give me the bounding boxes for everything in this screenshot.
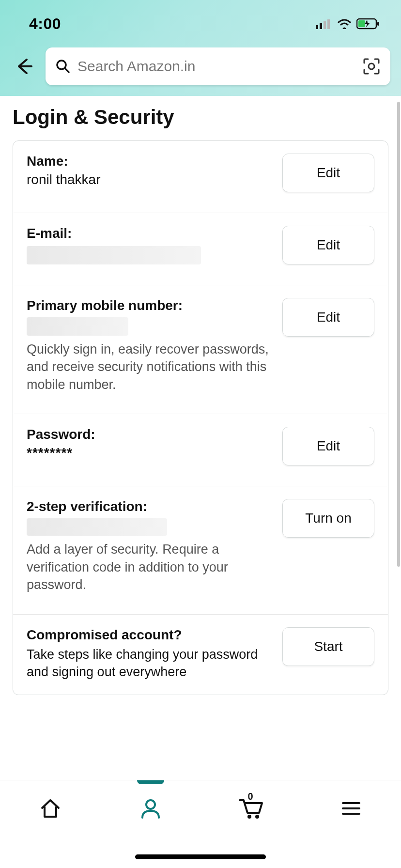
email-label: E-mail: [27,226,273,241]
twostep-value-redacted [27,518,167,536]
svg-line-8 [65,68,69,72]
nav-home[interactable] [31,794,70,823]
home-icon [39,797,62,820]
header-region: 4:00 [0,0,401,96]
search-row [0,41,401,96]
email-value-redacted [27,246,201,264]
nav-active-indicator [137,780,164,784]
edit-name-button[interactable]: Edit [282,154,374,192]
camera-scan-icon[interactable] [362,57,381,76]
status-icons [316,18,380,30]
row-name: Name: ronil thakkar Edit [13,141,388,213]
password-label: Password: [27,427,273,442]
password-value: ******** [27,445,273,461]
row-compromised: Compromised account? Take steps like cha… [13,615,388,695]
svg-point-11 [247,815,251,819]
nav-account[interactable] [131,794,170,823]
page-title: Login & Security [0,96,401,140]
phone-label: Primary mobile number: [27,298,273,313]
edit-email-button[interactable]: Edit [282,226,374,264]
nav-cart[interactable]: 0 [231,794,270,823]
twostep-description: Add a layer of security. Require a verif… [27,541,273,593]
home-indicator[interactable] [135,854,266,859]
svg-rect-0 [316,25,318,29]
battery-charging-icon [356,18,380,30]
phone-description: Quickly sign in, easily recover password… [27,341,273,393]
row-two-step: 2-step verification: Add a layer of secu… [13,486,388,614]
cart-count-badge: 0 [248,791,253,802]
status-bar: 4:00 [0,0,401,41]
turn-on-twostep-button[interactable]: Turn on [282,499,374,538]
row-email: E-mail: Edit [13,213,388,285]
back-button[interactable] [11,53,37,79]
svg-rect-3 [327,19,330,29]
nav-menu[interactable] [332,794,370,823]
settings-card: Name: ronil thakkar Edit E-mail: Edit Pr… [13,140,388,695]
wifi-icon [337,18,352,29]
user-icon [139,797,162,820]
search-input[interactable] [77,58,355,75]
phone-value-redacted [27,317,128,336]
twostep-label: 2-step verification: [27,499,273,514]
start-compromised-button[interactable]: Start [282,627,374,666]
search-box[interactable] [46,47,390,85]
scrollbar[interactable] [397,102,400,567]
compromised-description: Take steps like changing your password a… [27,646,273,681]
svg-rect-5 [358,20,365,27]
cellular-icon [316,18,332,29]
svg-point-12 [255,815,259,819]
row-phone: Primary mobile number: Quickly sign in, … [13,285,388,414]
name-value: ronil thakkar [27,172,273,187]
svg-point-9 [369,63,374,69]
svg-rect-2 [324,21,326,29]
compromised-label: Compromised account? [27,627,273,643]
edit-password-button[interactable]: Edit [282,427,374,465]
edit-phone-button[interactable]: Edit [282,298,374,337]
row-password: Password: ******** Edit [13,414,388,486]
arrow-left-icon [14,57,33,76]
svg-point-10 [146,800,155,809]
svg-rect-1 [320,23,322,29]
search-icon [55,59,71,74]
svg-rect-6 [377,22,379,26]
name-label: Name: [27,154,273,169]
hamburger-icon [341,800,361,817]
status-time: 4:00 [29,15,61,33]
bottom-nav: 0 [0,780,401,868]
